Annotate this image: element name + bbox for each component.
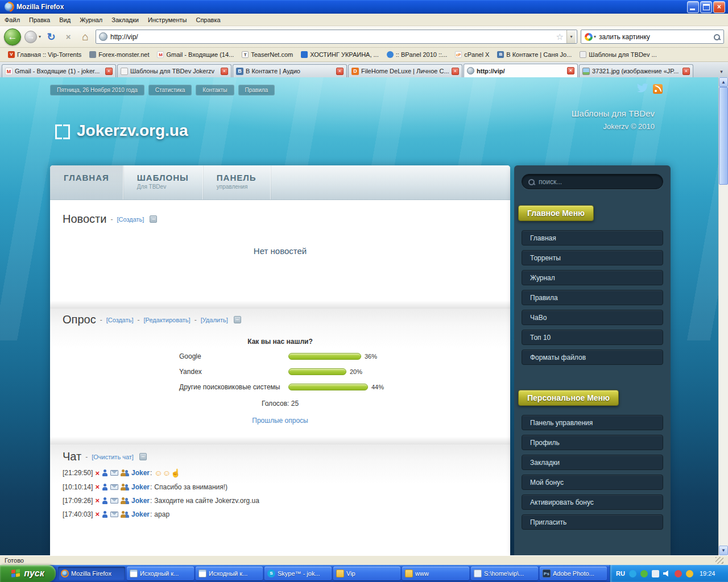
site-link-statistics[interactable]: Статистика xyxy=(148,85,192,95)
scrollbar-thumb[interactable] xyxy=(719,87,728,185)
task-firefox[interactable]: Mozilla Firefox xyxy=(58,567,125,580)
sidebar-item-profile[interactable]: Профиль xyxy=(522,435,663,450)
site-link-contacts[interactable]: Контакты xyxy=(196,85,234,95)
sidebar-item-my-bonus[interactable]: Мой бонус xyxy=(522,475,663,490)
sidebar-item-torrents[interactable]: Торренты xyxy=(522,250,663,265)
tab-close-icon[interactable]: × xyxy=(105,68,113,75)
tab-filehome[interactable]: FileHome DeLuxe | Личное С... × xyxy=(348,64,462,77)
tab-list-dropdown-icon[interactable]: ▾ xyxy=(717,66,726,77)
menu-tools[interactable]: Инструменты xyxy=(143,14,192,26)
history-dropdown-icon[interactable]: ▾ xyxy=(39,34,41,39)
sidebar-item-bookmarks[interactable]: Закладки xyxy=(522,455,663,470)
messenger-tray-icon[interactable] xyxy=(640,570,648,577)
rss-icon[interactable] xyxy=(653,84,663,94)
sidebar-item-file-formats[interactable]: Форматы файлов xyxy=(522,350,663,365)
sidebar-item-rules[interactable]: Правила xyxy=(522,290,663,305)
add-friend-icon[interactable] xyxy=(121,484,129,490)
task-source-2[interactable]: Исходный к... xyxy=(196,567,263,580)
site-tab-panel[interactable]: ПАНЕЛЬ управления xyxy=(203,165,271,199)
skype-tray-icon[interactable] xyxy=(629,570,636,577)
twitter-icon[interactable] xyxy=(636,82,648,95)
collapse-poll-icon[interactable]: − xyxy=(234,316,241,323)
site-tab-templates[interactable]: ШАБЛОНЫ Для TBDev xyxy=(123,165,203,199)
add-friend-icon[interactable] xyxy=(121,469,129,476)
sidebar-item-faq[interactable]: ЧаВо xyxy=(522,310,663,325)
user-profile-icon[interactable] xyxy=(102,484,108,490)
update-tray-icon[interactable] xyxy=(686,570,693,577)
scroll-up-icon[interactable]: ▲ xyxy=(719,77,728,87)
scroll-down-icon[interactable]: ▼ xyxy=(719,546,728,555)
user-profile-icon[interactable] xyxy=(102,497,108,504)
sidebar-item-control-panel[interactable]: Панель управления xyxy=(522,415,663,430)
send-mail-icon[interactable] xyxy=(110,512,118,517)
site-link-rules[interactable]: Правила xyxy=(238,85,275,95)
menu-view[interactable]: Вид xyxy=(55,14,75,26)
menu-history[interactable]: Журнал xyxy=(75,14,107,26)
sidebar-item-activate-bonus[interactable]: Активировать бонус xyxy=(522,494,663,510)
tab-close-icon[interactable]: × xyxy=(682,68,690,75)
app-tray-icon[interactable] xyxy=(652,570,659,577)
reload-button[interactable]: ↻ xyxy=(44,30,58,44)
tab-vip-active[interactable]: http://vip/ × xyxy=(464,64,578,77)
minimize-button[interactable] xyxy=(687,1,699,13)
tab-image[interactable]: 37321.jpg (изображение «JP... × xyxy=(579,64,693,77)
sidebar-item-home[interactable]: Главная xyxy=(522,230,663,246)
tab-tbdev-templates[interactable]: Шаблоны для TBDev Jokerzv × xyxy=(117,64,231,77)
site-logo[interactable]: Jokerzv.org.ua xyxy=(77,122,188,140)
site-tab-home[interactable]: ГЛАВНАЯ xyxy=(50,165,123,199)
google-engine-icon[interactable] xyxy=(585,33,593,41)
close-button[interactable]: × xyxy=(713,1,725,13)
bookmark-gmail[interactable]: Gmail - Входящие (14... xyxy=(154,50,237,59)
chat-username[interactable]: Joker xyxy=(131,469,150,477)
delete-message-icon[interactable]: × xyxy=(95,469,100,477)
past-polls-link[interactable]: Прошлые опросы xyxy=(252,417,308,425)
bookmark-vkontakte[interactable]: В Контакте | Саня Jo... xyxy=(494,50,575,59)
collapse-news-icon[interactable]: − xyxy=(150,215,157,223)
news-create-link[interactable]: [Создать] xyxy=(117,216,144,223)
poll-delete-link[interactable]: [Удалить] xyxy=(201,317,228,323)
task-folder-vip[interactable]: Vip xyxy=(333,567,400,580)
antivirus-tray-icon[interactable] xyxy=(675,570,682,577)
menu-file[interactable]: Файл xyxy=(0,14,24,26)
task-folder-www[interactable]: www xyxy=(402,567,469,580)
bookmark-forex[interactable]: Forex-monster.net xyxy=(86,50,152,59)
engine-dropdown-icon[interactable]: ▾ xyxy=(594,34,596,39)
stop-button[interactable]: × xyxy=(61,30,75,44)
bookmark-teasernet[interactable]: TeaserNet.com xyxy=(238,50,296,59)
send-mail-icon[interactable] xyxy=(110,484,118,490)
bookmark-bpanel[interactable]: :: BPanel 2010 ::... xyxy=(383,50,451,59)
poll-edit-link[interactable]: [Редактировать] xyxy=(144,317,191,323)
collapse-chat-icon[interactable]: − xyxy=(139,453,147,460)
chat-clear-link[interactable]: [Очистить чат] xyxy=(92,454,134,460)
tab-close-icon[interactable]: × xyxy=(221,68,228,75)
tab-close-icon[interactable]: × xyxy=(452,68,459,75)
bookmark-vip-torrents[interactable]: Главная :: Vip-Torrents xyxy=(5,50,85,59)
user-profile-icon[interactable] xyxy=(102,469,108,476)
bookmark-star-icon[interactable]: ☆ xyxy=(556,32,564,42)
chat-username[interactable]: Joker xyxy=(131,483,150,491)
delete-message-icon[interactable]: × xyxy=(95,510,100,518)
delete-message-icon[interactable]: × xyxy=(95,496,100,505)
search-icon[interactable] xyxy=(528,178,535,185)
tab-close-icon[interactable]: × xyxy=(336,68,344,75)
tab-close-icon[interactable]: × xyxy=(567,67,574,74)
forward-button[interactable]: → xyxy=(24,31,37,43)
chat-username[interactable]: Joker xyxy=(131,497,150,505)
sidebar-item-invite[interactable]: Пригласить xyxy=(522,514,663,530)
menu-edit[interactable]: Правка xyxy=(24,14,55,26)
tab-gmail[interactable]: Gmail - Входящие (1) - joker... × xyxy=(2,64,116,77)
send-mail-icon[interactable] xyxy=(110,470,118,476)
chat-username[interactable]: Joker xyxy=(131,510,150,518)
volume-icon[interactable] xyxy=(663,570,671,577)
language-indicator[interactable]: RU xyxy=(616,570,625,577)
search-icon[interactable] xyxy=(713,34,720,40)
home-button[interactable]: ⌂ xyxy=(78,30,92,44)
maximize-button[interactable] xyxy=(700,1,712,13)
send-mail-icon[interactable] xyxy=(110,498,118,504)
scrollbar-track[interactable] xyxy=(719,87,728,546)
resize-grip[interactable] xyxy=(715,557,723,564)
bookmark-cpanel[interactable]: cPanel X xyxy=(452,50,493,59)
task-source-1[interactable]: Исходный к... xyxy=(127,567,194,580)
task-photoshop[interactable]: Adobe Photo... xyxy=(540,567,607,580)
bookmark-hosting[interactable]: ХОСТИНГ УКРАИНА, ... xyxy=(297,50,382,59)
